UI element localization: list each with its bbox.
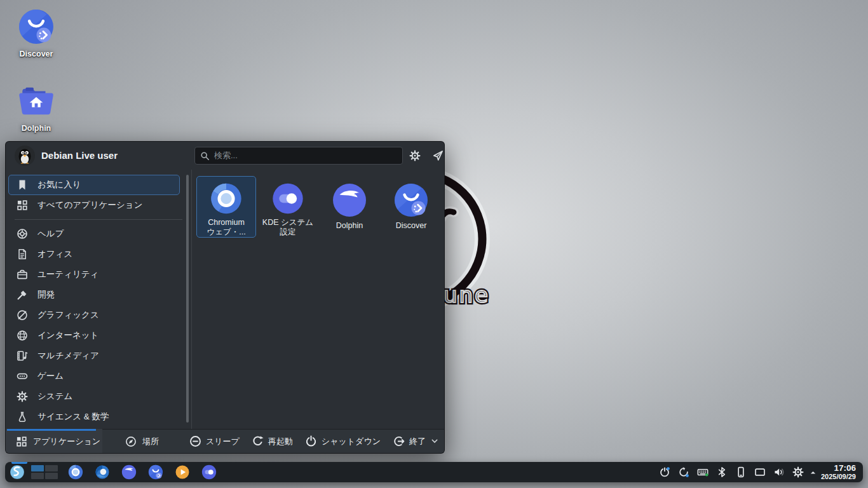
- favorite-tile-discover[interactable]: Discover: [381, 176, 441, 238]
- sidebar-item-label: システム: [37, 391, 72, 402]
- phone-kdeconnect-icon[interactable]: [735, 466, 747, 478]
- discover-icon: [393, 182, 429, 218]
- sidebar-scrollbar[interactable]: [186, 175, 189, 423]
- hammer-icon: [17, 289, 28, 301]
- sidebar-item-office[interactable]: オフィス: [8, 244, 180, 264]
- sidebar-item-multimedia[interactable]: マルチメディア: [8, 346, 180, 366]
- user-avatar-tux-icon: [15, 146, 35, 166]
- pager-desktop-4[interactable]: [45, 473, 58, 479]
- pin-launcher-icon[interactable]: [432, 150, 444, 161]
- shutdown-button[interactable]: シャットダウン: [305, 435, 381, 447]
- sidebar-item-graphics[interactable]: グラフィックス: [8, 305, 180, 325]
- document-icon: [17, 248, 28, 260]
- sidebar-item-help[interactable]: ヘルプ: [8, 224, 180, 244]
- favorites-grid: Chromium ウェブ・... KDE システム 設定 Dolphin: [192, 170, 444, 429]
- sidebar-item-label: 開発: [37, 289, 55, 301]
- restart-icon: [252, 435, 264, 447]
- desktop-icon-label: Discover: [6, 50, 67, 58]
- volume-icon[interactable]: [773, 466, 785, 478]
- filmstrip-note-icon: [17, 350, 28, 362]
- system-settings-icon: [270, 182, 306, 215]
- digital-clock[interactable]: 17:06 2025/09/29: [821, 463, 856, 480]
- taskbar-system-settings-icon[interactable]: [201, 464, 217, 480]
- desktop-icon-discover[interactable]: Discover: [6, 8, 67, 58]
- sidebar-item-label: サイエンス & 数学: [37, 411, 109, 423]
- sidebar-item-label: ゲーム: [37, 370, 64, 382]
- favorite-tile-chromium[interactable]: Chromium ウェブ・...: [196, 176, 256, 238]
- favorite-label-line1: Chromium: [207, 218, 245, 227]
- favorite-label-line1: Dolphin: [336, 221, 363, 231]
- application-launcher-menu: Debian Live user 検索... お気に入り すべて: [5, 141, 445, 454]
- flask-icon: [17, 411, 28, 423]
- screen-clipboard-icon[interactable]: [754, 466, 766, 478]
- favorite-label-line2: ウェブ・...: [207, 227, 245, 237]
- tray-settings-gear-icon[interactable]: [792, 466, 804, 478]
- sidebar-item-label: すべてのアプリケーション: [37, 200, 142, 211]
- configure-gear-icon[interactable]: [409, 150, 421, 161]
- sidebar-item-all-applications[interactable]: すべてのアプリケーション: [8, 195, 180, 215]
- app-menu-launcher-button[interactable]: [10, 464, 25, 480]
- all-apps-grid-icon: [17, 200, 28, 211]
- software-updates-icon[interactable]: [678, 466, 689, 478]
- folder-home-icon: [18, 83, 55, 119]
- sidebar-separator: [15, 219, 182, 220]
- taskbar-discover-icon[interactable]: [148, 464, 163, 480]
- sidebar-item-label: グラフィックス: [37, 309, 99, 321]
- bookmark-icon: [17, 179, 28, 191]
- keyboard-input-icon[interactable]: [697, 466, 709, 478]
- tab-label: 場所: [142, 436, 159, 447]
- chromium-icon: [208, 182, 244, 215]
- leave-button[interactable]: 終了: [393, 435, 438, 447]
- tab-applications[interactable]: アプリケーション: [16, 430, 100, 453]
- pager-desktop-3[interactable]: [31, 473, 44, 479]
- launcher-header: Debian Live user 検索...: [6, 142, 444, 170]
- taskbar-panel: 17:06 2025/09/29: [5, 462, 863, 482]
- sidebar-item-label: オフィス: [37, 248, 72, 260]
- sidebar-item-favorites[interactable]: お気に入り: [8, 175, 180, 195]
- virtual-desktop-pager[interactable]: [31, 465, 58, 479]
- shutdown-power-icon: [305, 435, 317, 447]
- sidebar-item-science-math[interactable]: サイエンス & 数学: [8, 407, 180, 427]
- action-label: シャットダウン: [322, 436, 381, 447]
- system-tray: [659, 466, 804, 478]
- taskbar-media-player-icon[interactable]: [175, 464, 190, 480]
- compass-icon: [125, 436, 137, 447]
- sidebar-item-system[interactable]: システム: [8, 386, 180, 407]
- action-label: スリープ: [206, 436, 240, 447]
- taskbar-chromium-icon[interactable]: [68, 464, 83, 480]
- favorite-label-line1: Discover: [396, 221, 427, 231]
- desktop-icon-label: Dolphin: [6, 124, 67, 133]
- sidebar-item-internet[interactable]: インターネット: [8, 325, 180, 346]
- launcher-body: お気に入り すべてのアプリケーション ヘルプ: [6, 170, 444, 429]
- taskbar-thunderbird-icon[interactable]: [95, 464, 110, 480]
- favorite-tile-dolphin[interactable]: Dolphin: [320, 176, 379, 238]
- discover-icon: [18, 8, 55, 45]
- search-icon: [200, 151, 210, 161]
- pager-desktop-1[interactable]: [31, 465, 44, 471]
- pager-desktop-2[interactable]: [45, 465, 58, 471]
- wallpaper-logo-text-inner: une: [444, 282, 490, 308]
- sleep-button[interactable]: スリープ: [189, 435, 240, 447]
- sidebar-item-development[interactable]: 開発: [8, 285, 180, 305]
- sidebar-item-label: ヘルプ: [37, 228, 64, 240]
- restart-button[interactable]: 再起動: [252, 435, 293, 447]
- favorite-tile-systemsettings[interactable]: KDE システム 設定: [258, 176, 318, 238]
- sidebar-item-games[interactable]: ゲーム: [8, 366, 180, 386]
- sleep-icon: [189, 435, 201, 447]
- pen-slash-icon: [17, 309, 28, 321]
- task-manager: [68, 464, 217, 480]
- power-profile-icon[interactable]: [659, 466, 670, 478]
- help-lifering-icon: [17, 228, 28, 240]
- expand-tray-arrow-icon[interactable]: [809, 468, 817, 477]
- search-input[interactable]: 検索...: [194, 147, 403, 165]
- sidebar-item-utilities[interactable]: ユーティリティ: [8, 264, 180, 285]
- taskbar-dolphin-icon[interactable]: [121, 464, 137, 480]
- bluetooth-icon[interactable]: [716, 466, 728, 478]
- launcher-sidebar: お気に入り すべてのアプリケーション ヘルプ: [6, 170, 191, 429]
- desktop-icon-dolphin[interactable]: Dolphin: [6, 83, 67, 133]
- tab-places[interactable]: 場所: [125, 430, 159, 453]
- chevron-down-icon[interactable]: [431, 439, 438, 444]
- sidebar-item-label: お気に入り: [37, 179, 81, 191]
- favorite-label-line1: KDE システム: [262, 218, 313, 227]
- tab-label: アプリケーション: [33, 436, 100, 447]
